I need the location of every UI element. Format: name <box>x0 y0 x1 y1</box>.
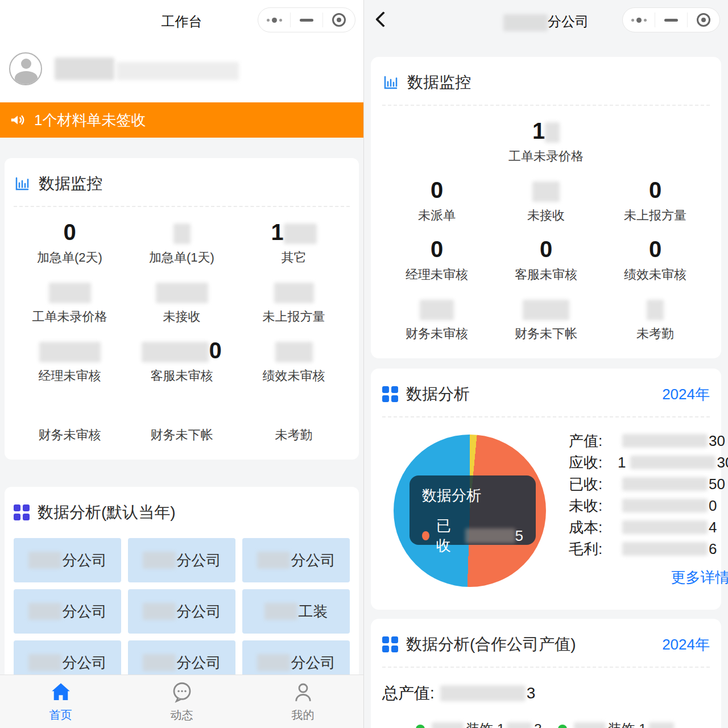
branch-monitor-grid: 1 工单未录价格 0 未派单 未接收 0 未上报方量 0 经理未审核 <box>382 106 710 342</box>
coop-legend: 装饰 13 装饰 1 <box>382 720 710 728</box>
total-output-line: 总产值:3 <box>382 682 710 704</box>
analysis-stats: 产值:30 应收:130 已收:50 未收:0 成本:4 毛 <box>559 423 728 594</box>
right-navbar: 分公司 <box>364 0 728 40</box>
minus-icon <box>664 19 678 22</box>
workbench-screen: 工作台 1个 <box>0 0 364 728</box>
minimize-button[interactable] <box>655 13 687 27</box>
stat-perf-unreviewed: 0 绩效未审核 <box>601 224 710 283</box>
chart-tooltip: 数据分析 已收 5 <box>410 475 536 545</box>
avatar <box>9 52 42 85</box>
total-value-redacted <box>440 685 526 701</box>
stat-manager-unreviewed: 经理未审核 <box>14 325 126 384</box>
stat-receivable: 应收:130 <box>569 452 728 473</box>
company-button[interactable]: 分公司 <box>242 538 350 582</box>
tab-mine[interactable]: 我的 <box>242 675 363 728</box>
monitor-title: 数据监控 <box>407 72 471 93</box>
tab-feed[interactable]: 动态 <box>121 675 242 728</box>
stat-received: 已收:50 <box>569 473 728 495</box>
monitor-title: 数据监控 <box>39 173 102 195</box>
stat-no-price: 1 工单未录价格 <box>382 106 710 165</box>
stat-service-unreviewed: 0 客服未审核 <box>126 325 238 384</box>
person-icon <box>291 680 315 704</box>
more-details-link[interactable]: 更多详情 <box>569 568 728 588</box>
legend-dot-icon <box>416 725 425 728</box>
stat-no-attendance: 未考勤 <box>238 384 350 444</box>
notice-text: 1个材料单未签收 <box>34 110 146 130</box>
analysis-title: 数据分析(默认当年) <box>38 502 176 523</box>
company-button[interactable]: 分公司 <box>14 538 121 582</box>
stat-other: 1 其它 <box>238 207 350 266</box>
user-name-redacted <box>55 57 114 80</box>
miniprogram-capsule <box>258 7 355 32</box>
analysis-title: 数据分析 <box>406 383 470 405</box>
stat-finance-unbooked: 财务未下帐 <box>126 384 238 444</box>
target-icon <box>332 13 346 27</box>
branch-monitor-card: 数据监控 1 工单未录价格 0 未派单 未接收 0 未上报方量 <box>371 57 721 358</box>
stat-perf-unreviewed: 绩效未审核 <box>238 325 350 384</box>
stat-no-volume: 0 未上报方量 <box>601 165 710 224</box>
user-company-redacted <box>117 62 239 80</box>
stat-no-volume: 未上报方量 <box>238 266 350 325</box>
stat-gross-profit: 毛利:6 <box>569 538 728 560</box>
stat-finance-unreviewed: 财务未审核 <box>14 384 126 444</box>
speaker-icon <box>9 111 26 129</box>
more-button[interactable] <box>258 13 290 27</box>
year-selector[interactable]: 2024年 <box>662 635 710 655</box>
stat-not-received: 未接收 <box>126 266 238 325</box>
legend-dot-icon <box>558 725 567 728</box>
tooltip-value-redacted <box>465 528 515 543</box>
four-squares-icon <box>14 504 30 520</box>
stat-unreceived: 未收:0 <box>569 495 728 516</box>
series-dot-icon <box>422 531 429 540</box>
branch-detail-screen: 分公司 数据监控 1 工单未录价 <box>364 0 728 728</box>
stat-no-price: 工单未录价格 <box>14 266 126 325</box>
stat-service-unreviewed: 0 客服未审核 <box>491 224 601 283</box>
tab-home[interactable]: 首页 <box>0 675 121 728</box>
more-button[interactable] <box>623 13 655 27</box>
user-profile-row[interactable] <box>0 40 363 102</box>
minimize-button[interactable] <box>290 13 322 27</box>
monitor-grid: 0 加急单(2天) 加急单(1天) 1 其它 工单未录价格 未接收 <box>14 207 350 444</box>
user-name-block <box>55 57 239 80</box>
stat-no-attendance: 未考勤 <box>601 283 710 342</box>
company-button[interactable]: 分公司 <box>128 589 235 634</box>
stat-not-dispatched: 0 未派单 <box>382 165 491 224</box>
stat-not-received: 未接收 <box>491 165 601 224</box>
left-navbar: 工作台 <box>0 0 363 40</box>
stat-urgent-1d: 加急单(1天) <box>126 207 238 266</box>
bar-chart-icon <box>382 74 399 91</box>
miniprogram-capsule <box>622 7 720 32</box>
tab-bar: 首页 动态 我的 <box>0 675 363 728</box>
company-button[interactable]: 工装 <box>242 589 350 634</box>
legend-item: 装饰 1 <box>558 720 676 728</box>
four-squares-icon <box>382 386 398 402</box>
data-monitor-card: 数据监控 0 加急单(2天) 加急单(1天) 1 其它 工单未录价格 <box>5 158 359 460</box>
legend-item: 装饰 13 <box>416 720 541 728</box>
minus-icon <box>300 19 313 22</box>
stat-cost: 成本:4 <box>569 516 728 538</box>
tooltip-title: 数据分析 <box>422 486 523 506</box>
stat-manager-unreviewed: 0 经理未审核 <box>382 224 491 283</box>
pie-chart[interactable]: 数据分析 已收 5 <box>382 423 559 594</box>
coop-analysis-card: 数据分析(合作公司产值) 2024年 总产值:3 装饰 13 装饰 1 <box>371 619 721 728</box>
branch-analysis-card: 数据分析 2024年 数据分析 已收 5 <box>371 369 721 610</box>
more-dots-icon <box>631 18 647 23</box>
year-selector[interactable]: 2024年 <box>662 384 710 404</box>
divider <box>382 667 710 668</box>
stat-finance-unreviewed: 财务未审核 <box>382 283 491 342</box>
chat-bubble-icon <box>170 680 194 704</box>
stat-output-value: 产值:30 <box>569 430 728 452</box>
notice-banner[interactable]: 1个材料单未签收 <box>0 102 363 138</box>
company-button[interactable]: 分公司 <box>128 538 235 582</box>
more-dots-icon <box>267 18 282 23</box>
stat-urgent-2d: 0 加急单(2天) <box>14 207 126 266</box>
four-squares-icon <box>382 636 398 652</box>
coop-title: 数据分析(合作公司产值) <box>406 634 576 655</box>
close-button[interactable] <box>322 13 355 27</box>
target-icon <box>697 13 710 27</box>
stat-finance-unbooked: 财务未下帐 <box>491 283 601 342</box>
tooltip-value-suffix: 5 <box>515 527 523 545</box>
company-button[interactable]: 分公司 <box>14 589 121 634</box>
close-button[interactable] <box>687 13 719 27</box>
divider <box>382 416 710 417</box>
